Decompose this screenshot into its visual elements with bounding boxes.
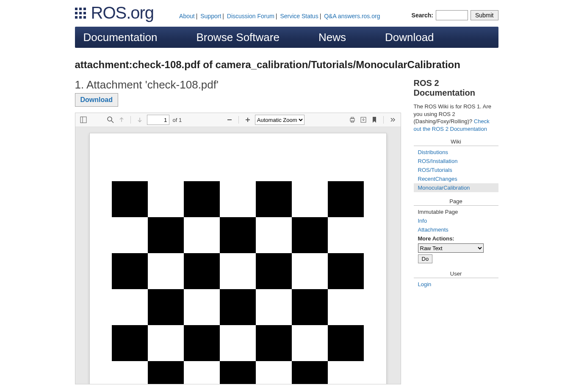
user-section-header: User [414, 271, 498, 278]
nav-news[interactable]: News [299, 27, 365, 48]
separator [238, 116, 239, 124]
attachment-heading: 1. Attachment 'check-108.pdf' [75, 78, 401, 91]
bookmark-icon[interactable] [371, 116, 378, 124]
svg-rect-8 [351, 117, 354, 119]
page-info-link[interactable]: Info [418, 218, 427, 224]
wiki-current-page[interactable]: MonocularCalibration [418, 185, 470, 191]
pdf-viewer: of 1 Automatic Zoom [75, 113, 401, 384]
download-button[interactable]: Download [75, 93, 118, 107]
immutable-page-label: Immutable Page [414, 207, 498, 216]
ros2-doc-text: The ROS Wiki is for ROS 1. Are you using… [414, 103, 498, 133]
print-icon[interactable] [349, 116, 356, 124]
logo-text: ROS.org [91, 3, 154, 22]
logo[interactable]: ROS.org [75, 3, 154, 22]
svg-point-2 [108, 117, 112, 121]
search-icon[interactable] [107, 116, 114, 124]
pdf-canvas[interactable] [75, 127, 401, 384]
main-content: 1. Attachment 'check-108.pdf' Download [75, 78, 401, 384]
user-links: Login [414, 280, 498, 289]
page-number-input[interactable] [147, 115, 169, 125]
top-links: About| Support| Discussion Forum| Servic… [179, 13, 380, 19]
page-actions: Immutable Page Info Attachments More Act… [414, 207, 498, 265]
zoom-out-icon[interactable] [226, 116, 233, 124]
svg-rect-7 [350, 119, 354, 121]
link-service-status[interactable]: Service Status [280, 13, 318, 19]
login-link[interactable]: Login [418, 281, 432, 287]
wiki-links: Distributions ROS/Installation ROS/Tutor… [414, 148, 498, 192]
nav-download[interactable]: Download [365, 27, 454, 48]
more-tools-icon[interactable] [389, 116, 396, 124]
page-title: attachment:check-108.pdf of camera_calib… [75, 59, 498, 71]
link-about[interactable]: About [179, 13, 195, 19]
zoom-select[interactable]: Automatic Zoom [255, 115, 304, 125]
save-icon[interactable] [360, 116, 367, 124]
link-forum[interactable]: Discussion Forum [227, 13, 274, 19]
link-support[interactable]: Support [200, 13, 221, 19]
svg-line-3 [111, 121, 113, 123]
wiki-tutorials[interactable]: ROS/Tutorials [418, 167, 452, 173]
search-label: Search: [412, 12, 433, 19]
main-nav: Documentation Browse Software News Downl… [75, 27, 498, 48]
checkerboard-pattern [112, 181, 364, 384]
page-section-header: Page [414, 198, 498, 206]
link-qa[interactable]: Q&A answers.ros.org [324, 13, 380, 19]
page-count-label: of 1 [173, 117, 182, 123]
header: ROS.org About| Support| Discussion Forum… [75, 0, 498, 22]
pdf-page [89, 133, 387, 384]
separator [130, 116, 131, 124]
more-actions-label: More Actions: [418, 235, 454, 242]
wiki-recentchanges[interactable]: RecentChanges [418, 176, 457, 182]
logo-dots-icon [75, 8, 86, 19]
page-attachments-link[interactable]: Attachments [418, 226, 448, 233]
wiki-section-header: Wiki [414, 138, 498, 146]
search-area: Search: Submit [412, 10, 498, 20]
search-input[interactable] [436, 10, 468, 20]
nav-documentation[interactable]: Documentation [75, 27, 177, 48]
ros2-doc-heading: ROS 2 Documentation [414, 78, 498, 98]
sidebar: ROS 2 Documentation The ROS Wiki is for … [414, 78, 498, 384]
nav-browse-software[interactable]: Browse Software [177, 27, 299, 48]
do-button[interactable]: Do [418, 254, 433, 263]
more-actions-select[interactable]: Raw Text [418, 243, 484, 253]
wiki-installation[interactable]: ROS/Installation [418, 158, 458, 164]
prev-page-icon[interactable] [118, 116, 125, 124]
svg-rect-0 [80, 117, 86, 123]
next-page-icon[interactable] [136, 116, 144, 124]
sidebar-toggle-icon[interactable] [80, 116, 87, 124]
svg-rect-9 [351, 121, 354, 122]
separator [383, 116, 384, 124]
zoom-in-icon[interactable] [244, 116, 252, 124]
wiki-distributions[interactable]: Distributions [418, 149, 448, 155]
pdf-toolbar: of 1 Automatic Zoom [75, 113, 401, 127]
search-submit-button[interactable]: Submit [471, 10, 498, 20]
